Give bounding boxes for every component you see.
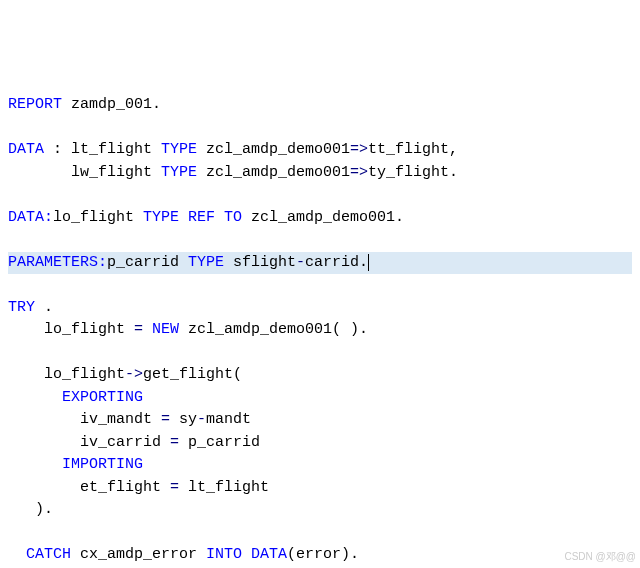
keyword-data: DATA: (8, 209, 53, 226)
punct: : (44, 141, 71, 158)
operator: => (350, 141, 368, 158)
keyword-try: TRY (8, 299, 35, 316)
code-line: lo_flight = NEW zcl_amdp_demo001( ). (8, 319, 632, 342)
watermark: CSDN @邓@@ (564, 549, 636, 564)
identifier: sflight (224, 254, 296, 271)
text-cursor (368, 254, 369, 271)
identifier: zcl_amdp_demo001 (197, 164, 350, 181)
operator: = (134, 321, 143, 338)
operator: = (170, 479, 179, 496)
operator: = (161, 411, 170, 428)
identifier: sy (170, 411, 197, 428)
identifier: zamdp_001. (71, 96, 161, 113)
identifier: lt_flight (71, 141, 161, 158)
identifier: mandt (206, 411, 251, 428)
identifier: cx_amdp_error (71, 546, 206, 563)
code-line: TRY . (8, 297, 632, 320)
blank-line (8, 117, 632, 140)
identifier: get_flight (143, 366, 233, 383)
keyword-type: TYPE (161, 164, 197, 181)
code-line: DATA:lo_flight TYPE REF TO zcl_amdp_demo… (8, 207, 632, 230)
code-line: lo_flight->get_flight( (8, 364, 632, 387)
identifier: et_flight (8, 479, 170, 496)
code-line: et_flight = lt_flight (8, 477, 632, 500)
keyword-new: NEW (143, 321, 179, 338)
identifier: lo_flight (8, 366, 125, 383)
punct: ( ). (332, 321, 368, 338)
operator: -> (125, 366, 143, 383)
blank-line (8, 342, 632, 365)
identifier: zcl_amdp_demo001 (197, 141, 350, 158)
keyword-type-ref-to: TYPE REF TO (143, 209, 242, 226)
blank-line (8, 274, 632, 297)
identifier: zcl_amdp_demo001. (242, 209, 404, 226)
identifier: iv_mandt (8, 411, 161, 428)
identifier: iv_carrid (8, 434, 170, 451)
highlighted-line: PARAMETERS:p_carrid TYPE sflight-carrid. (8, 252, 632, 275)
identifier: tt_flight, (368, 141, 458, 158)
keyword-type: TYPE (188, 254, 224, 271)
keyword-exporting: EXPORTING (8, 389, 143, 406)
keyword-report: REPORT (8, 96, 62, 113)
code-line: iv_carrid = p_carrid (8, 432, 632, 455)
identifier: lw_flight (71, 164, 161, 181)
code-line: EXPORTING (8, 387, 632, 410)
code-line: CATCH cx_amdp_error INTO DATA(error). (8, 544, 632, 567)
code-line: REPORT zamdp_001. (8, 94, 632, 117)
operator: - (296, 254, 305, 271)
punct: ( (233, 366, 242, 383)
code-line: ). (8, 499, 632, 522)
operator: => (350, 164, 368, 181)
identifier: lo_flight (8, 321, 134, 338)
keyword-type: TYPE (161, 141, 197, 158)
keyword-importing: IMPORTING (8, 456, 143, 473)
identifier: lt_flight (179, 479, 269, 496)
identifier: ty_flight. (368, 164, 458, 181)
identifier: p_carrid (107, 254, 188, 271)
keyword-into: INTO (206, 546, 242, 563)
blank-line (8, 184, 632, 207)
identifier: carrid. (305, 254, 368, 271)
identifier: lo_flight (53, 209, 143, 226)
keyword-parameters: PARAMETERS: (8, 254, 107, 271)
punct: ). (8, 501, 53, 518)
keyword-data: DATA (8, 141, 44, 158)
identifier: zcl_amdp_demo001 (179, 321, 332, 338)
code-line: lw_flight TYPE zcl_amdp_demo001=>ty_flig… (8, 162, 632, 185)
blank-line (8, 522, 632, 545)
keyword-catch: CATCH (8, 546, 71, 563)
blank-line (8, 229, 632, 252)
identifier: p_carrid (179, 434, 260, 451)
operator: = (170, 434, 179, 451)
keyword-data: DATA (242, 546, 287, 563)
identifier: (error). (287, 546, 359, 563)
code-line: DATA : lt_flight TYPE zcl_amdp_demo001=>… (8, 139, 632, 162)
code-editor: REPORT zamdp_001. DATA : lt_flight TYPE … (8, 94, 632, 568)
punct: . (35, 299, 53, 316)
operator: - (197, 411, 206, 428)
code-line: iv_mandt = sy-mandt (8, 409, 632, 432)
code-line: IMPORTING (8, 454, 632, 477)
